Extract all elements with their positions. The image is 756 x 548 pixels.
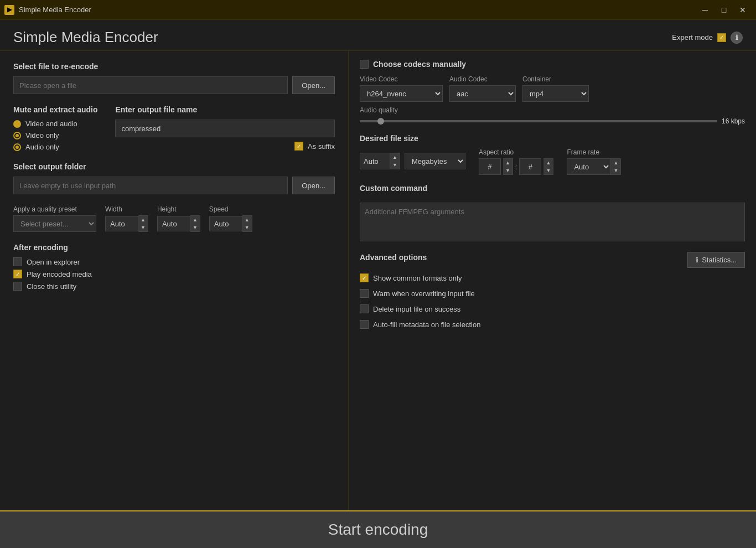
preset-label: Apply a quality preset [13,205,96,213]
panels: Select file to re-encode Open... Mute an… [0,51,756,510]
width-spinner: ▲ ▼ [105,215,148,232]
auto-fill-metadata-checkbox[interactable] [360,320,369,329]
radio-audio-only[interactable]: Audio only [13,143,97,151]
statistics-button[interactable]: ℹ Statistics... [687,252,745,268]
file-input[interactable] [13,76,288,94]
expert-mode-checkbox[interactable]: ✓ [717,33,726,42]
info-button[interactable]: ℹ [731,32,743,44]
file-size-spin-btns: ▲ ▼ [390,153,400,169]
file-size-down-btn[interactable]: ▼ [390,161,400,169]
ar-right-input[interactable] [519,158,541,175]
file-size-up-btn[interactable]: ▲ [390,153,400,161]
play-media-checkbox[interactable]: ✓ [13,270,22,278]
container-select[interactable]: mp4 mkv avi webm mov [522,85,589,102]
ar-inputs: ▲ ▼ : ▲ ▼ [479,158,553,175]
after-encoding-section: After encoding Open in explorer ✓ Play e… [13,243,335,291]
size-spinner: ▲ ▼ [360,153,400,169]
show-common-formats-checkbox[interactable]: ✓ [360,273,369,282]
frame-rate-label: Frame rate [567,148,621,156]
delete-input-label: Delete input file on success [373,305,460,313]
output-folder-section: Select output folder Open... [13,162,335,194]
output-col: Enter output file name ✓ As suffix [115,105,335,151]
speed-down-btn[interactable]: ▼ [242,224,252,231]
after-open-explorer[interactable]: Open in explorer [13,257,335,266]
speed-spin-btns: ▲ ▼ [242,215,252,232]
titlebar-title: Simple Media Encoder [19,6,91,14]
delete-input-checkbox[interactable] [360,304,369,313]
after-play-media[interactable]: ✓ Play encoded media [13,270,335,278]
preset-select[interactable]: Select preset... Low Medium High Ultra [13,215,96,232]
codecs-manually-checkbox[interactable] [360,60,369,69]
close-utility-label: Close this utility [27,282,76,291]
audio-codec-select[interactable]: aac mp3 opus flac [449,85,516,102]
output-name-input[interactable] [115,120,335,137]
expert-mode-label: Expert mode [672,33,713,42]
height-input[interactable] [157,216,190,231]
frame-rate-down-btn[interactable]: ▼ [611,167,620,174]
adv-delete-input[interactable]: Delete input file on success [360,304,745,313]
ar-left-input[interactable] [479,158,501,175]
height-up-btn[interactable]: ▲ [190,216,200,224]
ar-left-up-btn[interactable]: ▲ [503,159,512,167]
radio-video-audio[interactable]: Video and audio [13,120,97,128]
file-size-unit-select[interactable]: Megabytes Kilobytes Gigabytes [405,153,465,169]
open-folder-button[interactable]: Open... [292,177,335,194]
open-file-button[interactable]: Open... [292,76,335,94]
video-codec-select[interactable]: h264_nvenc libx264 libx265 vp9 [360,85,443,102]
radio-dot-audio-only [13,143,21,151]
speed-input[interactable] [209,216,242,231]
as-suffix-checkbox[interactable]: ✓ [294,142,303,151]
file-size-input[interactable] [360,153,390,169]
height-down-btn[interactable]: ▼ [190,224,200,231]
frame-rate-select[interactable]: Auto 23.976 24 25 29.97 30 60 [567,158,611,175]
frame-rate-spinner: Auto 23.976 24 25 29.97 30 60 ▲ ▼ [567,158,621,175]
speed-up-btn[interactable]: ▲ [242,216,252,224]
expert-mode-area: Expert mode ✓ ℹ [672,32,743,44]
info-icon-stats: ℹ [696,256,698,264]
main-content: Simple Media Encoder Expert mode ✓ ℹ Sel… [0,20,756,548]
warn-overwrite-checkbox[interactable] [360,289,369,298]
audio-codec-field: Audio Codec aac mp3 opus flac [449,75,516,102]
audio-quality-row: Audio quality 16 kbps [360,106,745,125]
width-up-btn[interactable]: ▲ [138,216,148,224]
close-utility-checkbox[interactable] [13,282,22,291]
codec-selects-row: Video Codec h264_nvenc libx264 libx265 v… [360,75,745,102]
minimize-button[interactable]: ─ [696,2,714,18]
ar-right-down-btn[interactable]: ▼ [543,167,553,174]
start-encoding-bar[interactable]: Start encoding [0,510,756,548]
custom-cmd-textarea[interactable] [360,203,745,241]
close-button[interactable]: ✕ [734,2,752,18]
adv-show-common-formats[interactable]: ✓ Show common formats only [360,273,745,282]
audio-quality-slider[interactable] [360,120,717,122]
height-spinner: ▲ ▼ [157,215,200,232]
select-file-label: Select file to re-encode [13,62,335,71]
left-panel: Select file to re-encode Open... Mute an… [0,51,349,510]
titlebar-left: ▶ Simple Media Encoder [4,5,91,15]
width-down-btn[interactable]: ▼ [138,224,148,231]
radio-label-video-audio: Video and audio [25,120,77,128]
file-select-section: Select file to re-encode Open... [13,62,335,94]
radio-label-video-only: Video only [25,131,59,139]
file-size-label: Desired file size [360,134,745,143]
adv-warn-overwrite[interactable]: Warn when overwriting input file [360,289,745,298]
width-input[interactable] [105,216,138,231]
radio-dot-video-only [13,132,21,139]
frame-rate-field: Frame rate Auto 23.976 24 25 29.97 30 60 [567,148,621,175]
height-label: Height [157,205,200,213]
ar-left-spin-btns: ▲ ▼ [503,158,513,175]
show-common-formats-label: Show common formats only [373,274,462,282]
folder-input[interactable] [13,177,288,194]
height-field: Height ▲ ▼ [157,205,200,232]
maximize-button[interactable]: □ [715,2,733,18]
radio-video-only[interactable]: Video only [13,131,97,139]
file-size-section: Desired file size ▲ ▼ Megabytes Kilo [360,134,745,175]
dimensions-section: Apply a quality preset Select preset... … [13,205,335,232]
auto-fill-metadata-label: Auto-fill metadata on file selection [373,320,480,329]
advanced-options-list: ✓ Show common formats only Warn when ove… [360,273,745,332]
frame-rate-up-btn[interactable]: ▲ [611,159,620,167]
ar-left-down-btn[interactable]: ▼ [503,167,512,174]
adv-auto-fill-metadata[interactable]: Auto-fill metadata on file selection [360,320,745,329]
open-explorer-checkbox[interactable] [13,257,22,266]
ar-right-up-btn[interactable]: ▲ [543,159,553,167]
after-close-utility[interactable]: Close this utility [13,282,335,291]
